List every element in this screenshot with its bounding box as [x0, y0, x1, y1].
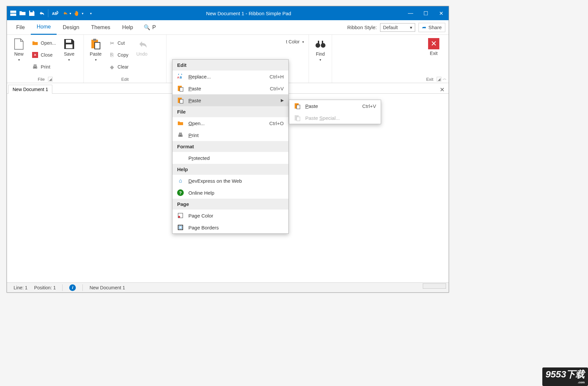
share-button[interactable]: ➦Share [418, 23, 445, 32]
font-color-button[interactable]: t Color ▾ [285, 37, 305, 47]
new-button[interactable]: New▾ [10, 37, 28, 62]
tab-home[interactable]: Home [31, 20, 57, 35]
undo-icon[interactable] [37, 10, 45, 17]
cut-button[interactable]: ✂Cut [108, 38, 130, 48]
svg-rect-22 [178, 225, 183, 230]
popup-section-page: Page [172, 199, 288, 210]
search-input[interactable]: P [152, 24, 156, 30]
svg-rect-2 [30, 11, 33, 12]
collapse-ribbon-icon[interactable]: ︿ [443, 76, 447, 81]
paste-button[interactable]: Paste▾ [86, 37, 105, 62]
popup-item-devexpress-web[interactable]: ⌂ DevExpress on the Web [172, 175, 288, 187]
svg-rect-17 [180, 87, 183, 91]
popup-item-page-borders[interactable]: Page Borders [172, 221, 288, 233]
home-icon: ⌂ [177, 177, 184, 184]
popup-item-online-help[interactable]: ? Online Help [172, 187, 288, 199]
folder-open-icon [177, 120, 184, 126]
popup-item-paste[interactable]: Paste Ctrl+V [172, 82, 288, 94]
folder-open-icon [32, 40, 38, 46]
svg-rect-25 [297, 105, 300, 109]
chevron-down-icon: ▾ [302, 40, 304, 44]
caret-icon[interactable]: ▾ [82, 12, 83, 15]
ribbon-style-label: Ribbon Style: [347, 24, 377, 30]
popup-item-protected[interactable]: Protected [172, 152, 288, 164]
tab-file[interactable]: File [10, 20, 31, 35]
printer-icon: 🖶 [32, 64, 38, 70]
replace-icon[interactable]: AB [52, 10, 59, 17]
svg-text:B: B [180, 76, 182, 79]
help-icon: ? [177, 189, 184, 196]
svg-text:A: A [177, 76, 179, 79]
popup-item-replace[interactable]: AB RReplace...eplace... Ctrl+H [172, 71, 288, 82]
replace-icon: AB [177, 73, 184, 80]
close-button[interactable]: ✕ [433, 6, 449, 20]
ribbon-style-select[interactable]: Default▾ [380, 23, 415, 32]
quick-access-toolbar: AB ▾ ▾ ▾ [7, 9, 94, 17]
undo-color-icon[interactable] [61, 10, 68, 17]
exit-button[interactable]: ✕ Exit [424, 37, 443, 56]
minimize-button[interactable]: — [403, 6, 418, 20]
tab-design[interactable]: Design [57, 20, 85, 35]
status-position: Position: 1 [34, 285, 56, 290]
paste-submenu: Paste Ctrl+V Paste Special... [289, 100, 381, 124]
save-icon[interactable] [28, 10, 35, 17]
popup-item-paste-submenu[interactable]: Paste ▶ [172, 94, 288, 106]
statusbar: Line: 1 Position: 1 i New Document 1 [7, 282, 449, 292]
window-controls: — ☐ ✕ [403, 6, 449, 20]
binoculars-icon [315, 38, 326, 50]
status-line: Line: 1 [14, 285, 27, 290]
page-color-icon [177, 212, 184, 219]
open-button[interactable]: Open... [31, 38, 57, 48]
svg-point-21 [178, 216, 180, 218]
dialog-launcher-icon[interactable]: ◢ [48, 77, 53, 81]
find-button[interactable]: Find▾ [312, 37, 329, 62]
svg-rect-5 [66, 44, 73, 48]
search-icon[interactable]: 🔍 [144, 24, 150, 30]
share-icon: ➦ [422, 24, 426, 30]
page-borders-icon [177, 224, 184, 231]
copy-icon: ⎘ [109, 52, 115, 58]
dialog-launcher-icon[interactable]: ◢ [437, 77, 441, 81]
eraser-icon: ◆ [109, 64, 115, 70]
svg-rect-13 [423, 283, 446, 289]
paste-icon [177, 85, 184, 92]
print-button[interactable]: 🖶Print [31, 62, 57, 72]
popup-section-edit: Edit [172, 60, 288, 71]
svg-rect-4 [66, 40, 71, 43]
info-icon[interactable]: i [69, 284, 76, 291]
qat-customize-icon[interactable]: ▾ [90, 12, 92, 15]
paste-special-icon [294, 115, 301, 121]
app-window: AB ▾ ▾ ▾ New Document 1 - Ribbon Simple … [7, 6, 449, 293]
window-title: New Document 1 - Ribbon Simple Pad [94, 11, 403, 16]
hand-icon[interactable] [73, 10, 80, 17]
scissors-icon: ✂ [109, 40, 115, 46]
clear-button[interactable]: ◆Clear [108, 62, 130, 72]
maximize-button[interactable]: ☐ [418, 6, 433, 20]
svg-rect-7 [93, 39, 96, 41]
tab-help[interactable]: Help [116, 20, 139, 35]
undo-button[interactable]: Undo [132, 37, 151, 57]
save-disk-icon [63, 38, 75, 50]
popup-item-open[interactable]: Open... Ctrl+O [172, 117, 288, 129]
printer-icon: 🖶 [177, 132, 184, 138]
copy-button[interactable]: ⎘Copy [108, 50, 130, 60]
svg-rect-27 [297, 117, 300, 121]
group-edit-label: Edit [121, 77, 128, 82]
save-button[interactable]: Save▾ [60, 37, 78, 62]
titlebar: AB ▾ ▾ ▾ New Document 1 - Ribbon Simple … [7, 6, 449, 20]
caret-icon[interactable]: ▾ [70, 12, 71, 15]
popup-item-print[interactable]: 🖶 Print [172, 129, 288, 141]
submenu-item-paste[interactable]: Paste Ctrl+V [289, 100, 381, 112]
close-tab-icon[interactable]: ✕ [436, 86, 449, 93]
watermark-badge: 9553下载.com [542, 367, 588, 386]
open-icon[interactable] [19, 10, 26, 17]
svg-rect-19 [180, 99, 183, 103]
tab-themes[interactable]: Themes [85, 20, 116, 35]
document-tab[interactable]: New Document 1 [8, 85, 52, 94]
close-button[interactable]: ✕Close [31, 50, 57, 60]
svg-rect-12 [322, 41, 323, 44]
svg-rect-0 [10, 11, 16, 13]
popup-item-page-color[interactable]: Page Color [172, 210, 288, 221]
svg-rect-8 [95, 42, 100, 49]
devexpress-watermark [423, 283, 446, 290]
